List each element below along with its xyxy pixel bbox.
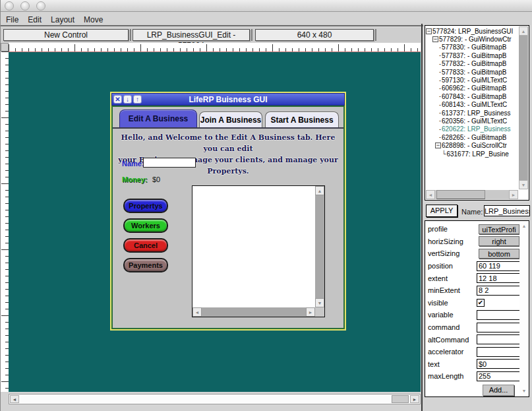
tree-item[interactable]: -577837: - GuiBitmapB <box>426 51 518 59</box>
tree-item[interactable]: -607843: - GuiBitmapB <box>426 92 518 100</box>
tree-item-label: 620356: - GuiMLTextC <box>442 117 507 125</box>
canvas-scroll-thumb[interactable] <box>392 395 409 403</box>
tree-scroll-left-icon[interactable]: ◄ <box>426 190 435 199</box>
cancel-button[interactable]: Cancel <box>123 238 168 253</box>
property-row-accelerator: accelerator <box>428 346 529 358</box>
window-titlebar[interactable] <box>1 0 532 12</box>
property-input-altCommand[interactable] <box>477 334 520 344</box>
scroll-right-icon[interactable]: ► <box>306 307 315 317</box>
inspector-name-input[interactable] <box>484 205 530 216</box>
tree-item[interactable]: -620356: - GuiMLTextC <box>426 117 518 125</box>
menu-item-file[interactable]: File <box>6 15 18 24</box>
toolbar-button-2[interactable]: 640 x 480 <box>255 29 374 41</box>
close-icon[interactable]: ✕ <box>113 95 122 104</box>
menu-item-layout[interactable]: Layout <box>51 15 74 24</box>
window-minimize-icon[interactable] <box>20 1 30 11</box>
tree-item[interactable]: −577824: LRP_BusinessGUI <box>426 27 518 35</box>
tree-item[interactable]: -620622: LRP_Business <box>426 125 518 133</box>
tree-item[interactable]: -577832: - GuiBitmapB <box>426 60 518 68</box>
property-input-command[interactable] <box>477 323 520 332</box>
horizontal-scrollbar[interactable] <box>192 307 315 317</box>
property-row-extent: extent <box>428 272 529 284</box>
property-label: position <box>428 262 477 270</box>
tree-scroll-right-icon[interactable]: ► <box>509 190 518 199</box>
propertys-button[interactable]: Propertys <box>123 199 168 213</box>
property-input-position[interactable] <box>477 261 520 271</box>
tree-item-label: 577829: - GuiWindowCtr <box>439 36 512 43</box>
tab-join-a-business[interactable]: Join A Business <box>199 111 262 127</box>
tree-item[interactable]: -613737: LRP_Business <box>426 109 518 117</box>
property-scroll-down-icon[interactable]: ▼ <box>519 387 529 396</box>
tab-start-a-business[interactable]: Start A Business <box>265 111 339 127</box>
tree-branch-icon: - <box>439 69 441 75</box>
property-input-minExtent[interactable] <box>477 286 520 296</box>
tab-edit-a-business[interactable]: Edit A Business <box>119 110 197 127</box>
tree-expand-icon[interactable]: − <box>432 36 438 42</box>
scroll-down-icon[interactable]: ▼ <box>315 298 324 307</box>
workers-button[interactable]: Workers <box>123 218 168 233</box>
property-input-maxLength[interactable] <box>477 371 520 381</box>
property-input-text[interactable] <box>477 359 520 369</box>
name-input[interactable] <box>143 158 196 168</box>
tree-item[interactable]: -606962: - GuiBitmapB <box>426 84 518 92</box>
window-close-icon[interactable] <box>5 1 14 11</box>
property-button-profile[interactable]: uiTextProfi <box>479 224 519 234</box>
property-row-visible: visible✔ <box>428 297 529 309</box>
tree-item[interactable]: −577829: - GuiWindowCtr <box>426 35 518 43</box>
tree-item[interactable]: -577830: - GuiBitmapB <box>426 44 518 51</box>
apply-button[interactable]: APPLY <box>426 205 458 217</box>
canvas-scroll-left-icon[interactable]: ◄ <box>10 395 19 403</box>
payments-button[interactable]: Payments <box>123 258 168 272</box>
property-label: variable <box>428 311 477 319</box>
canvas-scroll-right-icon[interactable]: ► <box>410 395 419 403</box>
property-checkbox-visible[interactable]: ✔ <box>477 299 485 307</box>
property-row-variable: variable <box>428 309 529 321</box>
up-icon[interactable]: ↑ <box>133 95 142 104</box>
tree-horizontal-scrollbar[interactable]: ◄ ► <box>426 190 518 199</box>
tree-item[interactable]: └631677: LRP_Busine <box>426 150 518 158</box>
property-label: maxLength <box>428 372 477 380</box>
property-input-variable[interactable] <box>477 310 520 320</box>
menu-item-edit[interactable]: Edit <box>28 15 42 24</box>
edit-canvas[interactable]: LifeRP Buisness GUI ✕↓↑ Edit A BusinessJ… <box>9 51 421 392</box>
tree-item[interactable]: -608143: - GuiMLTextC <box>426 101 518 109</box>
tree-scroll-thumb[interactable] <box>436 190 485 199</box>
property-label: command <box>428 323 477 331</box>
tree-item[interactable]: -597130: - GuiMLTextC <box>426 76 518 84</box>
property-label: altCommand <box>428 336 477 344</box>
toolbar-button-1[interactable]: LRP_BusinessGUI_Edit - 577824 <box>133 29 250 41</box>
property-input-extent[interactable] <box>477 273 520 283</box>
tree-expand-icon[interactable]: − <box>426 28 432 34</box>
property-button-vertSizing[interactable]: bottom <box>479 249 519 259</box>
gui-tree-view[interactable]: −577824: LRP_BusinessGUI−577829: - GuiWi… <box>425 25 529 201</box>
tree-vertical-scrollbar[interactable]: ▲ ▼ <box>519 26 528 189</box>
property-button-horizSizing[interactable]: right <box>479 236 519 246</box>
gui-window-titlebar[interactable]: LifeRP Buisness GUI ✕↓↑ <box>111 93 345 106</box>
property-label: profile <box>428 225 477 233</box>
toolbar-button-0[interactable]: New Control <box>3 29 129 41</box>
canvas-horizontal-scrollbar[interactable]: ◄ ► <box>9 394 421 404</box>
menu-item-move[interactable]: Move <box>84 15 103 24</box>
tree-item[interactable]: -577833: - GuiBitmapB <box>426 68 518 76</box>
content-scroll-area[interactable]: ▲ ▼ ◄ ► <box>192 185 325 317</box>
property-vertical-scrollbar[interactable]: ▲ ▼ <box>519 222 528 396</box>
down-icon[interactable]: ↓ <box>123 95 132 104</box>
tree-expand-icon[interactable]: − <box>435 142 441 148</box>
vertical-scrollbar[interactable] <box>315 186 324 307</box>
tree-scroll-down-icon[interactable]: ▼ <box>519 180 528 189</box>
tree-scroll-up-icon[interactable]: ▲ <box>519 26 528 36</box>
scroll-up-icon[interactable]: ▲ <box>315 186 324 195</box>
tree-item[interactable]: −628898: - GuiScrollCtr <box>426 141 518 149</box>
tree-branch-icon: - <box>439 52 441 59</box>
add-button[interactable]: Add... <box>483 385 514 396</box>
tree-item-label: 628898: - GuiScrollCtr <box>442 142 507 149</box>
tree-item[interactable]: -628265: - GuiBitmapB <box>426 133 518 141</box>
edited-gui-window[interactable]: LifeRP Buisness GUI ✕↓↑ Edit A BusinessJ… <box>110 92 346 331</box>
scroll-left-icon[interactable]: ◄ <box>192 307 202 317</box>
pane-divider[interactable] <box>421 24 423 411</box>
window-zoom-icon[interactable] <box>36 1 45 11</box>
money-label: Money: <box>122 175 148 183</box>
property-input-accelerator[interactable] <box>477 347 520 357</box>
tree-item-label: 597130: - GuiMLTextC <box>442 77 507 84</box>
property-scroll-up-icon[interactable]: ▲ <box>519 222 529 231</box>
